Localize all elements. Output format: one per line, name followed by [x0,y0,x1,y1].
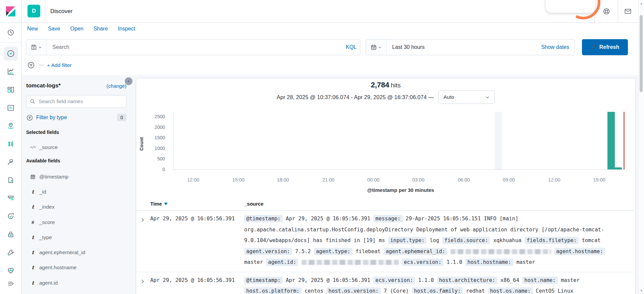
interval-select[interactable]: Auto [438,90,495,104]
string-icon: t [30,204,36,210]
menu-save[interactable]: Save [48,26,60,32]
search-input[interactable] [47,40,342,55]
field-_index[interactable]: t_index [26,200,126,215]
row-source: @timestamp: Apr 29, 2025 @ 16:05:56.391 … [244,213,623,268]
time-range-value[interactable]: Last 30 hours [387,44,536,51]
table-row: Apr 29, 2025 @ 16:05:56.391@timestamp: A… [136,272,634,294]
field-_source[interactable]: </>_source [26,140,126,155]
nav-visualize-icon[interactable] [0,63,21,81]
recent-icon[interactable] [0,24,21,41]
change-index-pattern-link[interactable]: (change) [107,83,126,89]
x-tick: 00:00 [360,177,387,182]
histogram-bar[interactable] [615,167,622,169]
field-_score[interactable]: #_score [26,215,126,230]
discover-content: tomcat-logs* (change) Filter by type 0 S… [21,75,639,294]
page-title: Discover [50,0,72,22]
nav-dashboard-icon[interactable] [0,81,21,99]
field-key-badge: host.os.version: [326,287,380,294]
nav-uptime-icon[interactable] [0,207,21,225]
documents-table: Time _source Apr 29, 2025 @ 16:05:56.391… [136,198,634,294]
field-agent.ephemeral_id[interactable]: tagent.ephemeral_id [26,245,126,260]
histogram-bar[interactable] [607,112,615,169]
saved-filters-icon[interactable] [27,61,35,69]
field-_type[interactable]: t_type [26,230,126,245]
expand-row-button[interactable] [136,213,150,224]
collapse-sidebar-button[interactable] [125,77,132,85]
row-time: Apr 29, 2025 @ 16:05:56.391 [150,275,244,294]
field-key-badge: agent.version: [244,248,292,255]
field-key-badge: fields.source: [442,237,490,244]
nav-graph-icon[interactable] [0,153,21,171]
menu-inspect[interactable]: Inspect [118,26,135,32]
available-fields-heading: Available fields [26,158,60,163]
discover-toolbar: NewSaveOpenShareInspect KQL [21,22,639,75]
number-icon: # [30,220,36,225]
page-scrollbar[interactable]: ▲ ▼ [638,0,644,294]
y-tick: 1000 [148,145,165,151]
menu-new[interactable]: New [27,26,38,32]
y-tick: 2000 [148,124,165,130]
fields-sidebar: tomcat-logs* (change) Filter by type 0 S… [21,75,131,294]
mail-icon[interactable] [621,0,635,22]
menu-open[interactable]: Open [70,26,83,32]
x-tick: 12:00 [541,177,568,182]
filter-by-type-button[interactable]: Filter by type [36,115,67,121]
nav-maps-icon[interactable] [0,117,21,135]
kibana-logo-icon [6,6,16,16]
field-search-box [26,95,126,108]
add-filter-button[interactable]: + Add filter [47,62,72,68]
scroll-down-arrow[interactable]: ▼ [639,288,644,293]
x-tick: 09:00 [495,177,522,182]
scrollbar-thumb[interactable] [640,15,643,92]
field-key-badge: ecs.version: [402,259,443,266]
column-header-source: _source [244,201,264,207]
field-agent.id[interactable]: tagent.id [26,275,126,290]
collapse-menu-icon[interactable] [0,275,21,293]
string-icon: t [30,265,36,271]
chevron-down-icon [38,46,42,49]
saved-query-button[interactable] [26,40,47,55]
empty-bucket-band [495,112,502,169]
scroll-up-arrow[interactable]: ▲ [639,1,644,6]
date-quick-select-button[interactable] [366,40,387,55]
x-tick: 12:00 [180,177,207,182]
nav-machine-learning-icon[interactable] [0,135,21,153]
menu-share[interactable]: Share [94,26,108,32]
row-source: @timestamp: Apr 29, 2025 @ 16:05:56.391 … [244,275,623,294]
field-key-badge: @timestamp: [244,215,283,222]
field-key-badge: agent.id: [266,259,298,266]
field-search-input[interactable] [38,98,123,105]
nav-apm-icon[interactable] [0,189,21,207]
selected-fields-list: </>_source [26,140,126,155]
search-icon [30,99,35,104]
redacted-value [450,249,551,254]
date-picker: Last 30 hours Show dates [366,39,575,55]
divider [618,0,618,22]
left-nav-rail [0,22,21,294]
filter-icon [26,114,33,121]
nav-logs-icon[interactable] [0,171,21,189]
table-header: Time _source [136,198,634,211]
kibana-logo[interactable] [0,0,21,22]
app-badge: D [28,5,40,17]
query-language-button[interactable]: KQL [342,40,360,55]
column-header-time[interactable]: Time [150,201,168,207]
refresh-button[interactable]: Refresh [582,39,628,55]
available-fields-list: @timestampt_idt_index#_scoret_typetagent… [26,169,126,290]
redacted-value [302,260,399,265]
nav-dev-tools-icon[interactable] [0,243,21,262]
nav-discover-icon[interactable] [0,45,21,63]
results-panel: 2,784 hits Apr 28, 2025 @ 10:37:06.074 -… [136,78,636,294]
field-agent.hostname[interactable]: tagent.hostname [26,260,126,275]
chart-time-range: Apr 28, 2025 @ 10:37:06.074 - Apr 29, 20… [277,94,434,100]
field-key-badge: input.type: [388,237,427,244]
field-_id[interactable]: t_id [26,184,126,199]
show-dates-button[interactable]: Show dates [536,44,575,50]
histogram-plot[interactable] [173,112,628,170]
nav-canvas-icon[interactable] [0,99,21,117]
calendar-icon [371,44,377,50]
help-icon[interactable] [600,0,613,22]
expand-row-button[interactable] [136,275,150,286]
field-@timestamp[interactable]: @timestamp [26,169,126,184]
nav-security-icon[interactable] [0,225,21,243]
